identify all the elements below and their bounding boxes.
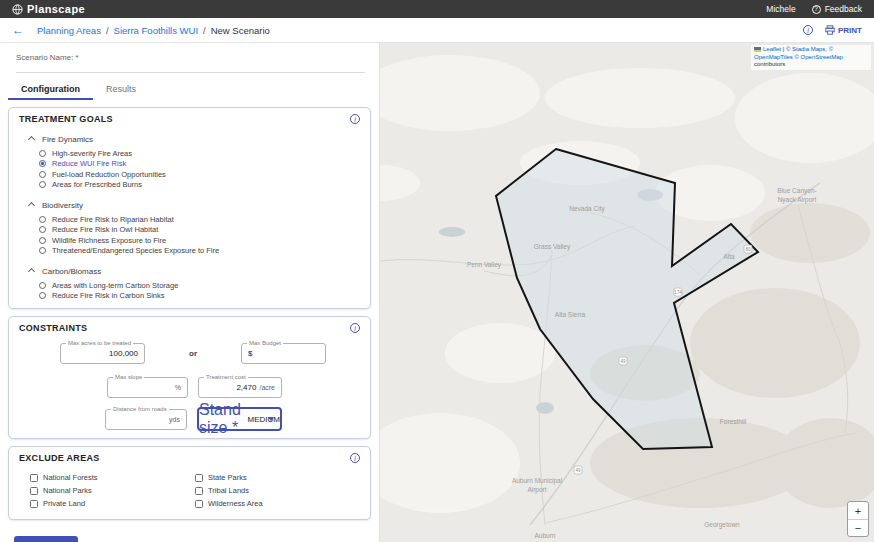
distance-from-roads-field[interactable]: Distance from roads yds [105,409,187,430]
app-window: Planscape Michele ? Feedback ← Planning … [0,0,874,542]
svg-text:49: 49 [620,359,626,364]
treatment-cost-field[interactable]: Treatment cost 2,470 /acre [198,377,282,398]
group-name: Fire Dynamics [42,135,93,144]
globe-icon [12,4,23,15]
svg-text:49: 49 [575,468,581,473]
treatment-goals-card: TREATMENT GOALS i Fire Dynamics High-sev… [8,107,371,309]
constraints-card: CONSTRAINTS i Max acres to be treated 10… [8,316,371,439]
tab-configuration[interactable]: Configuration [8,79,93,100]
tab-results[interactable]: Results [93,79,149,100]
group-name: Biodiversity [42,201,83,210]
contributors-text: contributors [754,61,785,67]
user-name: Michele [766,4,795,14]
label-auburn: Auburn [535,532,556,539]
per-acre-suffix: /acre [259,384,275,391]
breadcrumb-separator: / [203,25,206,36]
radio-option[interactable]: Areas for Prescribed Burns [39,180,360,191]
radio-icon [39,237,46,244]
radio-option[interactable]: Threatened/Endangered Species Exposure t… [39,246,360,257]
label-nyack-airport: Nyack Airport [778,196,817,204]
constraints-title: CONSTRAINTS [19,323,87,333]
openstreetmap-link[interactable]: © OpenStreetMap [794,54,842,60]
radio-icon [39,160,46,167]
feedback-label: Feedback [825,4,862,14]
breadcrumb-planning-area-name[interactable]: Sierra Foothills WUI [114,25,198,36]
breadcrumb: ← Planning Areas / Sierra Foothills WUI … [12,23,270,37]
constraints-info-icon[interactable]: i [350,323,360,333]
print-label: PRINT [838,26,862,35]
breadcrumb-current: New Scenario [211,25,270,36]
checkbox-icon [195,500,203,508]
radio-option[interactable]: Reduce Fire Risk in Owl Habitat [39,225,360,236]
radio-option[interactable]: Reduce Fire Risk to Riparian Habitat [39,214,360,225]
scenario-name-input[interactable] [16,64,365,73]
checkbox-private-land[interactable]: Private Land [30,497,195,510]
highway-shield-174: 174 [674,288,682,296]
radio-option[interactable]: High-severity Fire Areas [39,148,360,159]
treatment-goals-info-icon[interactable]: i [350,114,360,124]
checkbox-national-forests[interactable]: National Forests [30,471,195,484]
stand-size-value: MEDIUM [248,415,280,424]
radio-icon [39,181,46,188]
collapse-chevron-icon[interactable] [28,268,35,275]
max-slope-field[interactable]: Max slope % [107,377,188,398]
leaflet-link[interactable]: Leaflet [763,46,781,52]
collapse-chevron-icon[interactable] [28,202,35,209]
radio-option[interactable]: Wildlife Richness Exposure to Fire [39,235,360,246]
checkbox-tribal-lands[interactable]: Tribal Lands [195,484,360,497]
generate-button[interactable]: GENERATE [14,536,78,542]
stand-size-select[interactable]: Stand size * MEDIUM [197,407,282,431]
label-auburn-municipal: Auburn Municipal [512,477,563,485]
collapse-chevron-icon[interactable] [28,136,35,143]
label-blue-canyon: Blue Canyon- [777,187,816,195]
radio-icon [39,150,46,157]
svg-text:80: 80 [745,247,751,252]
radio-option[interactable]: Reduce Fire Risk in Carbon Sinks [39,291,360,302]
exclude-areas-title: EXCLUDE AREAS [19,453,100,463]
checkbox-icon [195,487,203,495]
radio-icon [39,171,46,178]
map-canvas[interactable]: 49 49 174 80 Nevada City Grass Valle [380,43,874,542]
help-icon: ? [812,5,821,14]
radio-icon [39,282,46,289]
exclude-areas-card: EXCLUDE AREAS i National Forests Nationa… [8,446,371,520]
checkbox-icon [30,474,38,482]
radio-icon [39,247,46,254]
logo-text: Planscape [27,3,85,15]
scenario-name-label: Scenario Name: * [16,53,363,62]
checkbox-icon [195,474,203,482]
back-arrow-icon[interactable]: ← [12,23,24,37]
group-name: Carbon/Biomass [42,267,101,276]
percent-suffix: % [175,384,181,391]
printer-icon [825,25,835,35]
feedback-button[interactable]: ? Feedback [812,4,862,14]
max-budget-field[interactable]: Max Budget $ [241,343,326,364]
zoom-out-button[interactable]: − [848,519,868,536]
max-acres-field[interactable]: Max acres to be treated 100,000 [60,343,145,364]
checkbox-wilderness-area[interactable]: Wilderness Area [195,497,360,510]
planscape-logo[interactable]: Planscape [12,3,85,15]
breadcrumb-planning-areas[interactable]: Planning Areas [37,25,101,36]
radio-option-selected[interactable]: Reduce WUI Fire Risk [39,159,360,170]
label-foresthill: Foresthill [720,418,747,425]
checkbox-icon [30,487,38,495]
zoom-in-button[interactable]: + [848,502,868,519]
label-grass-valley: Grass Valley [534,243,571,251]
checkbox-state-parks[interactable]: State Parks [195,471,360,484]
checkbox-national-parks[interactable]: National Parks [30,484,195,497]
highway-shield-49: 49 [619,357,627,365]
scenario-info-icon[interactable]: i [803,25,813,35]
scenario-config-panel: Scenario Name: * Configuration Results T… [0,43,380,542]
radio-icon [39,226,46,233]
radio-option[interactable]: Areas with Long-term Carbon Storage [39,280,360,291]
user-menu[interactable]: Michele [766,4,795,14]
radio-option[interactable]: Fuel-load Reduction Opportunities [39,169,360,180]
exclude-areas-info-icon[interactable]: i [350,453,360,463]
top-header: Planscape Michele ? Feedback [0,0,874,18]
goal-group-biodiversity: Biodiversity Reduce Fire Risk to Riparia… [19,201,360,256]
treatment-goals-title: TREATMENT GOALS [19,114,113,124]
print-button[interactable]: PRINT [825,25,862,35]
stadia-link[interactable]: © Stadia Maps, [786,46,827,52]
goal-group-fire-dynamics: Fire Dynamics High-severity Fire Areas R… [19,135,360,190]
highway-shield-49: 49 [574,466,582,474]
